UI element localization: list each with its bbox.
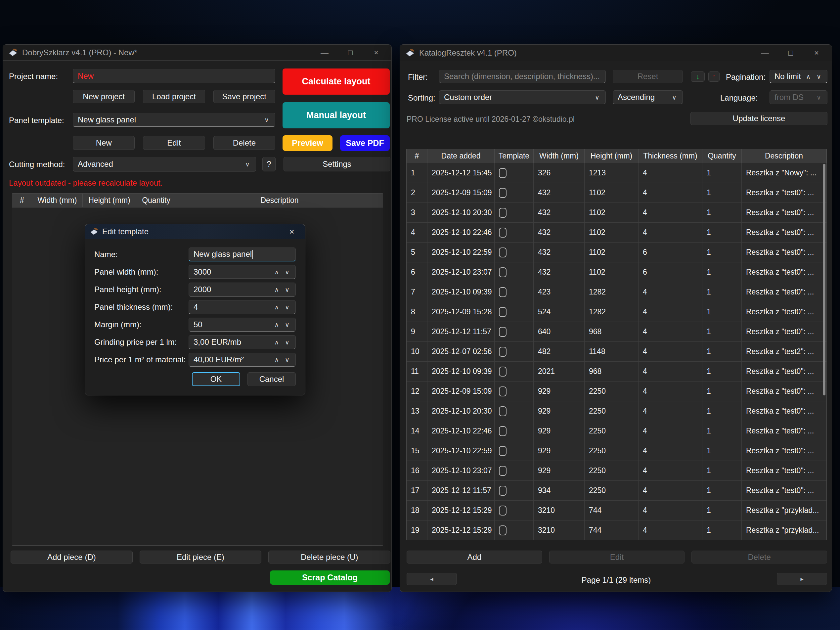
spinner-field[interactable]: 2000∧∨ [189,283,296,297]
template-new-button[interactable]: New [73,136,135,150]
table-row[interactable]: 152025-12-10 22:59929225041Resztka z "te… [407,441,826,461]
new-project-button[interactable]: New project [73,90,135,103]
scrap-catalog-button[interactable]: Scrap Catalog [270,570,390,585]
export-button[interactable]: ↑ [708,71,720,82]
calculate-layout-button[interactable]: Calculate layout [283,68,390,95]
chevron-down-icon[interactable]: ∨ [284,287,291,293]
project-name-input[interactable] [73,69,275,83]
table-row[interactable]: 142025-12-10 22:46929225041Resztka z "te… [407,421,826,441]
name-input[interactable]: New glass panel [189,248,296,261]
save-pdf-button[interactable]: Save PDF [340,135,390,151]
table-scrollbar[interactable] [823,164,826,395]
maximize-button[interactable]: □ [338,46,362,59]
ok-button[interactable]: OK [192,372,240,386]
table-row[interactable]: 82025-12-09 15:28524128241Resztka z "tes… [407,302,826,322]
chevron-down-icon[interactable]: ∨ [284,357,291,363]
import-button[interactable]: ↓ [691,71,705,82]
pagination-spinner[interactable]: No limit ∧ ∨ [769,70,827,83]
chevron-up-icon[interactable]: ∧ [273,357,280,363]
language-dropdown[interactable]: from DS ∨ [769,90,827,104]
table-row[interactable]: 92025-12-12 11:5764096841Resztka z "test… [407,322,826,342]
template-checkbox[interactable] [499,267,507,277]
table-row[interactable]: 162025-12-10 23:07929225041Resztka z "te… [407,461,826,481]
preview-button[interactable]: Preview [283,135,333,151]
delete-button[interactable]: Delete [692,551,827,564]
load-project-button[interactable]: Load project [143,90,205,103]
template-checkbox[interactable] [499,208,507,218]
table-row[interactable]: 102025-12-07 02:56482114841Resztka z "te… [407,342,826,362]
edit-piece-button[interactable]: Edit piece (E) [140,551,262,564]
chevron-down-icon[interactable]: ∨ [284,322,291,328]
cutting-method-dropdown[interactable]: Advanced ∨ [73,157,256,171]
reset-button[interactable]: Reset [613,70,683,83]
template-checkbox[interactable] [499,505,507,516]
template-checkbox[interactable] [499,248,507,257]
sorting-dropdown[interactable]: Custom order ∨ [439,90,606,104]
add-button[interactable]: Add [407,551,542,564]
close-button[interactable]: × [805,46,829,60]
template-checkbox[interactable] [499,347,507,357]
table-row[interactable]: 12025-12-12 15:45326121341Resztka z "Now… [407,163,826,183]
chevron-down-icon[interactable]: ∨ [284,339,291,346]
help-button[interactable]: ? [262,157,276,171]
titlebar-right[interactable]: KatalogResztek v4.1 (PRO) — □ × [400,45,832,61]
table-row[interactable]: 62025-12-10 23:07432110261Resztka z "tes… [407,262,826,282]
spinner-field[interactable]: 3000∧∨ [189,265,296,279]
chevron-down-icon[interactable]: ∨ [284,304,291,310]
template-checkbox[interactable] [499,387,507,396]
close-button[interactable]: × [364,46,388,59]
table-row[interactable]: 72025-12-10 09:39423128241Resztka z "tes… [407,282,826,302]
chevron-up-icon[interactable]: ∧ [273,339,280,346]
template-checkbox[interactable] [499,168,507,178]
minimize-button[interactable]: — [753,46,777,60]
table-row[interactable]: 122025-12-09 15:09929225041Resztka z "te… [407,382,826,401]
spinner-field[interactable]: 3,00 EUR/mb∧∨ [189,335,296,349]
settings-button[interactable]: Settings [284,157,390,171]
cancel-button[interactable]: Cancel [248,372,296,386]
table-row[interactable]: 132025-12-10 20:30929225041Resztka z "te… [407,401,826,421]
update-license-button[interactable]: Update license [690,112,827,125]
table-row[interactable]: 112025-12-10 09:39202196841Resztka z "te… [407,362,826,382]
table-row[interactable]: 192025-12-12 15:29321074441Resztka z "pr… [407,521,826,540]
spinner-field[interactable]: 40,00 EUR/m²∧∨ [189,353,296,366]
template-checkbox[interactable] [499,188,507,198]
delete-piece-button[interactable]: Delete piece (U) [268,551,390,564]
template-checkbox[interactable] [499,486,507,496]
table-row[interactable]: 182025-12-12 15:29321074441Resztka z "pr… [407,501,826,521]
template-edit-button[interactable]: Edit [143,136,205,150]
table-row[interactable]: 52025-12-10 22:59432110261Resztka z "tes… [407,243,826,262]
table-row[interactable]: 172025-12-12 11:57934225041Resztka z "te… [407,481,826,501]
edit-button[interactable]: Edit [549,551,685,564]
titlebar-left[interactable]: DobrySzklarz v4.1 (PRO) - New* — □ × [3,45,392,61]
next-page-button[interactable]: ▸ [777,573,827,585]
chevron-up-icon[interactable]: ∧ [805,73,812,80]
manual-layout-button[interactable]: Manual layout [283,102,390,128]
template-checkbox[interactable] [499,526,507,535]
template-checkbox[interactable] [499,227,507,238]
chevron-up-icon[interactable]: ∧ [273,269,280,275]
chevron-down-icon[interactable]: ∨ [815,73,823,80]
chevron-up-icon[interactable]: ∧ [273,322,280,328]
direction-dropdown[interactable]: Ascending ∨ [613,90,683,104]
template-checkbox[interactable] [499,466,507,476]
close-icon[interactable]: × [283,225,301,238]
spinner-field[interactable]: 4∧∨ [189,300,296,314]
template-delete-button[interactable]: Delete [213,136,275,150]
spinner-field[interactable]: 50∧∨ [189,317,296,332]
template-checkbox[interactable] [499,406,507,416]
template-checkbox[interactable] [499,287,507,297]
template-checkbox[interactable] [499,366,507,377]
panel-template-dropdown[interactable]: New glass panel ∨ [73,113,275,127]
chevron-down-icon[interactable]: ∨ [284,269,291,275]
add-piece-button[interactable]: Add piece (D) [11,551,133,564]
search-input[interactable] [439,70,606,83]
maximize-button[interactable]: □ [779,46,803,60]
template-checkbox[interactable] [499,446,507,456]
table-row[interactable]: 32025-12-10 20:30432110241Resztka z "tes… [407,203,826,223]
minimize-button[interactable]: — [313,46,336,59]
chevron-up-icon[interactable]: ∧ [273,287,280,293]
template-checkbox[interactable] [499,426,507,436]
table-row[interactable]: 22025-12-09 15:09432110241Resztka z "tes… [407,183,826,203]
table-row[interactable]: 42025-12-10 22:46432110241Resztka z "tes… [407,223,826,243]
save-project-button[interactable]: Save project [213,90,275,103]
